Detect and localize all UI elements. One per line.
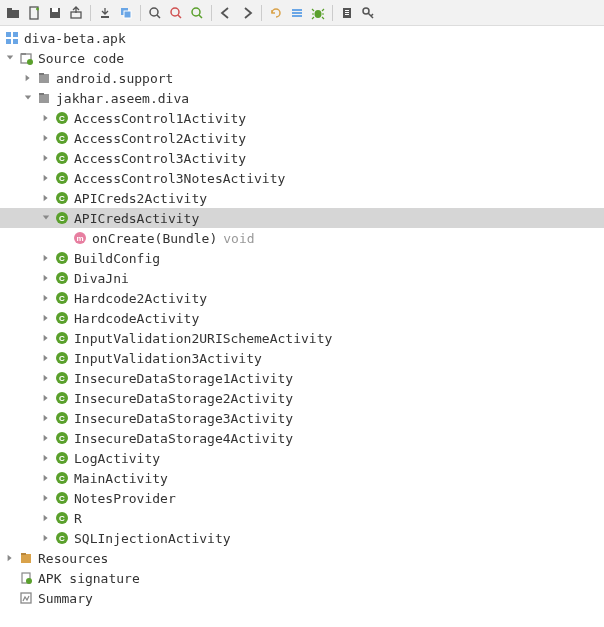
tree-label: BuildConfig (74, 251, 160, 266)
chevron-down-icon[interactable] (40, 212, 52, 224)
package-icon (36, 70, 52, 86)
arrow-right-icon[interactable] (238, 4, 256, 22)
chevron-right-icon[interactable] (40, 412, 52, 424)
tree-row[interactable]: SQLInjectionActivity (0, 528, 604, 548)
open-folder-icon[interactable] (4, 4, 22, 22)
chevron-right-icon[interactable] (40, 372, 52, 384)
tree-label: AccessControl3NotesActivity (74, 171, 285, 186)
tree-label: AccessControl2Activity (74, 131, 246, 146)
tree-label: APK signature (38, 571, 140, 586)
chevron-right-icon[interactable] (40, 132, 52, 144)
class-icon (54, 130, 70, 146)
chevron-right-icon (58, 232, 70, 244)
apk-icon (4, 30, 20, 46)
package-icon (36, 90, 52, 106)
tree-row[interactable]: AccessControl3NotesActivity (0, 168, 604, 188)
tree-row[interactable]: APICreds2Activity (0, 188, 604, 208)
tree-row[interactable]: APK signature (0, 568, 604, 588)
class-icon (54, 410, 70, 426)
chevron-right-icon[interactable] (40, 432, 52, 444)
class-icon (54, 450, 70, 466)
class-icon (54, 350, 70, 366)
class-icon (54, 110, 70, 126)
search-forward-icon[interactable] (188, 4, 206, 22)
source-icon (18, 50, 34, 66)
tree-row[interactable]: AccessControl3Activity (0, 148, 604, 168)
chevron-right-icon[interactable] (40, 472, 52, 484)
tree-row[interactable]: Resources (0, 548, 604, 568)
tree-label: NotesProvider (74, 491, 176, 506)
tree-row[interactable]: jakhar.aseem.diva (0, 88, 604, 108)
tree-row[interactable]: LogActivity (0, 448, 604, 468)
chevron-right-icon[interactable] (40, 272, 52, 284)
save-icon[interactable] (46, 4, 64, 22)
tree-row[interactable]: InputValidation3Activity (0, 348, 604, 368)
tree-row[interactable]: AccessControl1Activity (0, 108, 604, 128)
bug-icon[interactable] (309, 4, 327, 22)
chevron-right-icon[interactable] (40, 452, 52, 464)
step-over-icon[interactable] (96, 4, 114, 22)
search-icon[interactable] (146, 4, 164, 22)
class-icon (54, 470, 70, 486)
flat-icon[interactable] (288, 4, 306, 22)
chevron-right-icon[interactable] (40, 532, 52, 544)
chevron-right-icon[interactable] (40, 192, 52, 204)
tree-row[interactable]: DivaJni (0, 268, 604, 288)
chevron-right-icon[interactable] (40, 152, 52, 164)
tree-label: InsecureDataStorage4Activity (74, 431, 293, 446)
tree-row[interactable]: APICredsActivity (0, 208, 604, 228)
chevron-right-icon[interactable] (40, 112, 52, 124)
tree-label: Hardcode2Activity (74, 291, 207, 306)
chevron-down-icon[interactable] (22, 92, 34, 104)
chevron-right-icon[interactable] (40, 312, 52, 324)
tree-label: AccessControl1Activity (74, 111, 246, 126)
tree-row[interactable]: AccessControl2Activity (0, 128, 604, 148)
tree-row[interactable]: MainActivity (0, 468, 604, 488)
class-icon (54, 290, 70, 306)
export-icon[interactable] (67, 4, 85, 22)
chevron-down-icon[interactable] (4, 52, 16, 64)
chevron-right-icon[interactable] (40, 172, 52, 184)
class-icon (54, 330, 70, 346)
class-icon (54, 190, 70, 206)
tree-row[interactable]: InsecureDataStorage1Activity (0, 368, 604, 388)
copy-stack-icon[interactable] (117, 4, 135, 22)
tree-row[interactable]: InsecureDataStorage2Activity (0, 388, 604, 408)
tree-label: jakhar.aseem.diva (56, 91, 189, 106)
tree-row[interactable]: onCreate(Bundle)void (0, 228, 604, 248)
chevron-right-icon[interactable] (40, 492, 52, 504)
chevron-right-icon[interactable] (40, 252, 52, 264)
tree-row[interactable]: Hardcode2Activity (0, 288, 604, 308)
new-file-icon[interactable] (25, 4, 43, 22)
tree-row[interactable]: InputValidation2URISchemeActivity (0, 328, 604, 348)
tree-row[interactable]: InsecureDataStorage3Activity (0, 408, 604, 428)
chevron-right-icon[interactable] (40, 292, 52, 304)
tree-row[interactable]: R (0, 508, 604, 528)
tree-row[interactable]: BuildConfig (0, 248, 604, 268)
key-icon[interactable] (359, 4, 377, 22)
log-icon[interactable] (338, 4, 356, 22)
class-icon (54, 430, 70, 446)
sync-icon[interactable] (267, 4, 285, 22)
tree-label: HardcodeActivity (74, 311, 199, 326)
arrow-left-icon[interactable] (217, 4, 235, 22)
chevron-right-icon[interactable] (40, 332, 52, 344)
tree-row[interactable]: android.support (0, 68, 604, 88)
tree-label: DivaJni (74, 271, 129, 286)
chevron-right-icon[interactable] (22, 72, 34, 84)
tree-row[interactable]: Source code (0, 48, 604, 68)
tree-row[interactable]: HardcodeActivity (0, 308, 604, 328)
search-back-icon[interactable] (167, 4, 185, 22)
tree-row[interactable]: diva-beta.apk (0, 28, 604, 48)
class-icon (54, 310, 70, 326)
tree-row[interactable]: NotesProvider (0, 488, 604, 508)
chevron-right-icon[interactable] (40, 392, 52, 404)
tree-label: AccessControl3Activity (74, 151, 246, 166)
tree-row[interactable]: Summary (0, 588, 604, 608)
chevron-right-icon[interactable] (40, 352, 52, 364)
tree-row[interactable]: InsecureDataStorage4Activity (0, 428, 604, 448)
tree-label: InputValidation3Activity (74, 351, 262, 366)
tree-label: Resources (38, 551, 108, 566)
chevron-right-icon[interactable] (40, 512, 52, 524)
chevron-right-icon[interactable] (4, 552, 16, 564)
